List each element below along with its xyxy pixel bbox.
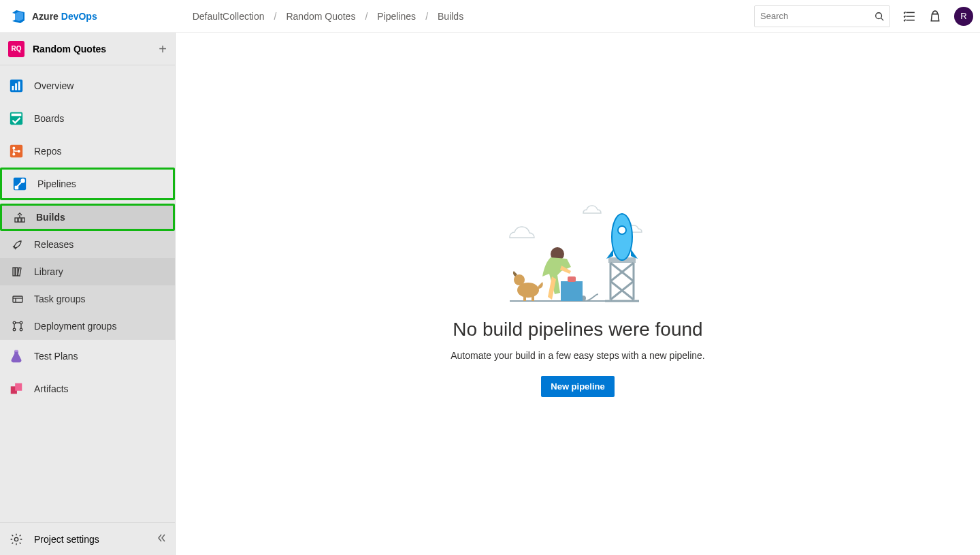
sidebar-item-label: Boards — [34, 113, 64, 124]
svg-point-13 — [12, 153, 15, 156]
sidebar-item-label: Artifacts — [34, 383, 69, 394]
crumb-3[interactable]: Builds — [438, 11, 463, 22]
svg-rect-8 — [18, 82, 20, 91]
marketplace-icon[interactable] — [928, 10, 942, 23]
artifacts-icon — [8, 381, 24, 397]
svg-point-32 — [20, 328, 22, 331]
azure-devops-logo[interactable]: Azure DevOps — [10, 8, 97, 25]
crumb-1[interactable]: Random Quotes — [286, 11, 355, 22]
svg-rect-54 — [568, 276, 576, 282]
svg-rect-20 — [18, 218, 21, 222]
empty-title: No build pipelines were found — [176, 319, 980, 340]
svg-point-29 — [13, 321, 16, 324]
add-icon[interactable]: + — [159, 42, 167, 56]
sidebar-item-artifacts[interactable]: Artifacts — [0, 372, 175, 405]
svg-rect-59 — [532, 295, 534, 301]
sidebar-item-label: Overview — [34, 80, 74, 91]
svg-rect-58 — [523, 295, 526, 301]
boards-icon — [8, 110, 24, 127]
svg-rect-23 — [13, 268, 15, 276]
svg-rect-6 — [12, 86, 14, 90]
task-groups-icon — [11, 292, 24, 306]
svg-point-14 — [18, 150, 20, 153]
svg-rect-10 — [12, 114, 22, 116]
svg-rect-38 — [15, 383, 22, 391]
sidebar-item-repos[interactable]: Repos — [0, 135, 175, 168]
project-badge: RQ — [8, 41, 24, 57]
subnav-item-releases[interactable]: Releases — [0, 231, 175, 258]
empty-subtitle: Automate your build in a few easy steps … — [176, 350, 980, 361]
svg-point-50 — [618, 226, 626, 234]
subnav-item-deployment-groups[interactable]: Deployment groups — [0, 313, 175, 340]
overview-icon — [8, 78, 24, 94]
logo-text: Azure DevOps — [32, 11, 97, 22]
svg-rect-53 — [561, 281, 583, 301]
main-content: No build pipelines were found Automate y… — [176, 33, 980, 555]
sidebar-item-label: Repos — [34, 146, 61, 157]
svg-rect-25 — [18, 268, 21, 276]
svg-rect-36 — [15, 350, 18, 352]
svg-rect-7 — [15, 83, 17, 90]
svg-point-31 — [13, 328, 16, 331]
subnav-item-library[interactable]: Library — [0, 258, 175, 285]
header-right: R — [754, 5, 973, 27]
subnav-item-label: Builds — [36, 212, 65, 223]
highlight-builds: Builds — [0, 204, 175, 231]
subnav-item-label: Releases — [34, 239, 74, 250]
sidebar-item-label: Test Plans — [34, 351, 78, 362]
subnav-item-builds[interactable]: Builds — [2, 206, 173, 229]
repos-icon — [8, 143, 24, 159]
sidebar-item-boards[interactable]: Boards — [0, 102, 175, 135]
svg-rect-19 — [15, 218, 18, 222]
svg-rect-26 — [13, 296, 22, 302]
sidebar-item-pipelines[interactable]: Pipelines — [2, 170, 173, 198]
deployment-groups-icon — [11, 319, 24, 333]
subnav-item-task-groups[interactable]: Task groups — [0, 285, 175, 313]
empty-illustration — [503, 189, 653, 305]
sidebar-item-test-plans[interactable]: Test Plans — [0, 340, 175, 372]
svg-point-39 — [14, 537, 18, 541]
releases-icon — [11, 238, 24, 251]
user-avatar[interactable]: R — [954, 7, 973, 26]
collapse-icon[interactable] — [156, 533, 167, 545]
svg-rect-17 — [15, 186, 19, 190]
builds-icon — [13, 210, 27, 224]
crumb-0[interactable]: DefaultCollection — [193, 11, 265, 22]
project-header[interactable]: RQ Random Quotes + — [0, 33, 175, 65]
global-search[interactable] — [754, 5, 890, 27]
library-icon — [11, 265, 24, 279]
subnav-item-label: Library — [34, 266, 63, 277]
list-icon[interactable] — [902, 10, 916, 23]
search-input[interactable] — [760, 11, 875, 21]
svg-line-1 — [881, 18, 884, 20]
svg-point-0 — [876, 12, 882, 18]
svg-rect-24 — [16, 268, 18, 276]
crumb-2[interactable]: Pipelines — [377, 11, 416, 22]
subnav-item-label: Task groups — [34, 294, 85, 304]
pipelines-icon — [12, 176, 28, 192]
subnav-item-label: Deployment groups — [34, 321, 116, 332]
empty-state: No build pipelines were found Automate y… — [176, 33, 980, 397]
gear-icon — [8, 531, 24, 548]
project-settings[interactable]: Project settings — [0, 522, 175, 555]
breadcrumb: DefaultCollection / Random Quotes / Pipe… — [193, 11, 463, 22]
highlight-pipelines: Pipelines — [0, 168, 175, 200]
svg-point-30 — [20, 321, 22, 324]
new-pipeline-button[interactable]: New pipeline — [541, 376, 614, 397]
svg-rect-21 — [22, 218, 24, 222]
sidebar: RQ Random Quotes + Overview Boards — [0, 33, 176, 555]
sidebar-item-label: Pipelines — [37, 178, 76, 189]
sidebar-footer-label: Project settings — [34, 534, 99, 545]
test-plans-icon — [8, 348, 24, 364]
azure-devops-icon — [10, 8, 27, 25]
global-header: Azure DevOps DefaultCollection / Random … — [0, 0, 980, 33]
pipelines-subnav: Builds Releases Library — [0, 204, 175, 340]
search-icon — [875, 10, 884, 23]
project-name: Random Quotes — [33, 44, 106, 54]
svg-point-18 — [20, 178, 24, 183]
svg-point-12 — [12, 146, 15, 149]
sidebar-item-overview[interactable]: Overview — [0, 69, 175, 102]
